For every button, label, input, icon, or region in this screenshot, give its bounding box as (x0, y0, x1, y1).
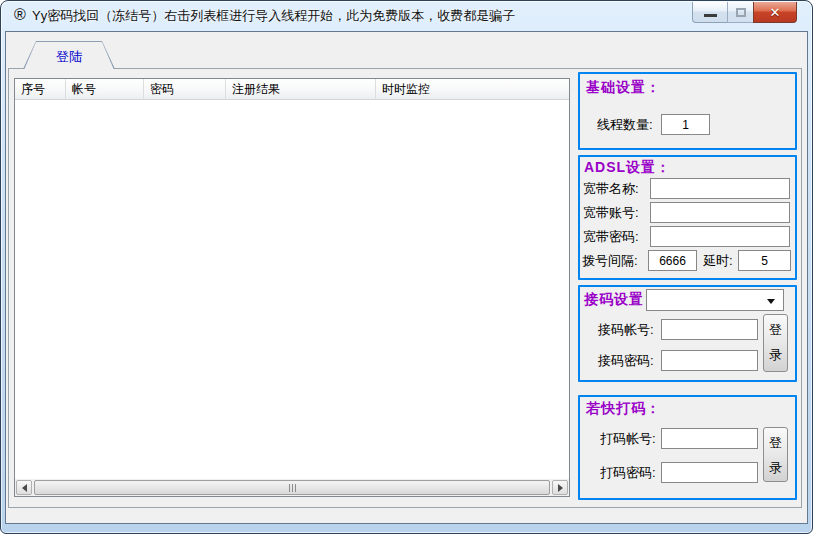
window-title: Yy密码找回（冻结号）右击列表框进行导入线程开始，此为免费版本，收费都是骗子 (32, 1, 515, 31)
thread-count-label: 线程数量: (597, 114, 653, 135)
sms-login-button[interactable]: 登录 (763, 314, 788, 372)
panel-basic-settings: 基础设置： 线程数量: (578, 72, 797, 150)
sms-provider-dropdown[interactable] (646, 289, 784, 311)
captcha-password-input[interactable] (661, 462, 758, 483)
captcha-account-input[interactable] (661, 428, 758, 449)
captcha-account-label: 打码帐号: (600, 428, 656, 449)
maximize-icon (736, 8, 746, 17)
caption-buttons: ✕ (692, 2, 797, 23)
broadband-account-input[interactable] (650, 202, 790, 223)
panel-captcha-title: 若快打码： (586, 400, 661, 418)
panel-adsl-title: ADSL设置： (584, 159, 671, 177)
delay-label: 延时: (703, 250, 733, 271)
account-list[interactable]: 序号 帐号 密码 注册结果 时时监控 (14, 78, 570, 497)
captcha-login-button[interactable]: 登录 (763, 427, 788, 482)
thumb-grip-icon (292, 484, 293, 492)
panel-basic-title: 基础设置： (586, 79, 661, 97)
sms-account-input[interactable] (661, 319, 758, 340)
scroll-left-arrow-icon (22, 484, 27, 492)
delay-input[interactable] (738, 250, 791, 271)
scrollbar-thumb[interactable] (34, 480, 550, 495)
column-header-index[interactable]: 序号 (15, 79, 66, 100)
broadband-name-label: 宽带名称: (583, 178, 639, 199)
scroll-left-button[interactable] (16, 480, 32, 495)
broadband-name-input[interactable] (650, 178, 790, 199)
column-header-monitor[interactable]: 时时监控 (376, 79, 569, 100)
captcha-password-label: 打码密码: (600, 462, 656, 483)
horizontal-scrollbar[interactable] (15, 479, 569, 496)
app-icon: ® (11, 6, 29, 24)
scroll-right-arrow-icon (558, 484, 563, 492)
column-header-password[interactable]: 密码 (144, 79, 226, 100)
dial-interval-label: 拨号间隔: (582, 250, 638, 271)
sms-password-input[interactable] (661, 350, 758, 371)
maximize-button[interactable] (727, 2, 753, 23)
scroll-right-button[interactable] (552, 480, 568, 495)
minimize-button[interactable] (692, 2, 727, 23)
thread-count-input[interactable] (661, 114, 710, 135)
column-header-account[interactable]: 帐号 (66, 79, 144, 100)
titlebar[interactable]: ® Yy密码找回（冻结号）右击列表框进行导入线程开始，此为免费版本，收费都是骗子… (1, 1, 812, 31)
thumb-grip-icon (295, 484, 296, 492)
tab-login-label: 登陆 (24, 42, 114, 70)
close-icon: ✕ (770, 5, 781, 20)
dial-interval-input[interactable] (648, 250, 697, 271)
list-header: 序号 帐号 密码 注册结果 时时监控 (15, 79, 569, 100)
panel-adsl-settings: ADSL设置： 宽带名称: 宽带账号: 宽带密码: 拨号间隔: 延时: (578, 155, 797, 280)
broadband-account-label: 宽带账号: (583, 202, 639, 223)
thumb-grip-icon (289, 484, 290, 492)
broadband-password-label: 宽带密码: (583, 226, 639, 247)
tab-login[interactable]: 登陆 (23, 41, 115, 69)
chevron-down-icon (767, 299, 775, 304)
sms-account-label: 接码帐号: (598, 319, 654, 340)
panel-captcha-settings: 若快打码： 打码帐号: 打码密码: 登录 (578, 395, 797, 500)
minimize-icon (704, 14, 717, 17)
panel-sms-code-settings: 接码设置： 接码帐号: 接码密码: 登录 (578, 285, 797, 382)
broadband-password-input[interactable] (650, 226, 790, 247)
sms-password-label: 接码密码: (598, 350, 654, 371)
column-header-register-result[interactable]: 注册结果 (226, 79, 376, 100)
close-button[interactable]: ✕ (753, 2, 797, 23)
